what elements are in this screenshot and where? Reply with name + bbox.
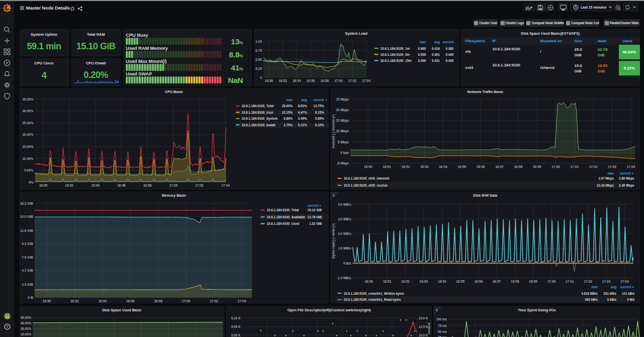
svg-text:16:58: 16:58 [511, 280, 519, 283]
svg-text:17:04: 17:04 [362, 79, 370, 82]
svg-text:17:03: 17:03 [602, 280, 611, 283]
svg-text:0 bps: 0 bps [341, 151, 349, 155]
svg-text:17:00: 17:00 [169, 184, 178, 187]
svg-text:max: max [607, 171, 614, 175]
svg-text:16:56: 16:56 [476, 165, 485, 168]
svg-text:0.416: 0.416 [432, 47, 440, 50]
svg-text:16:52: 16:52 [401, 165, 410, 168]
svg-text:16:50: 16:50 [39, 184, 47, 187]
svg-text:16:56: 16:56 [126, 299, 134, 302]
svg-text:1.32 GiB: 1.32 GiB [309, 222, 322, 225]
svg-text:-5 Mbps: -5 Mbps [337, 161, 349, 165]
svg-text:avg: avg [611, 285, 616, 289]
svg-text:40.00%: 40.00% [20, 321, 31, 324]
svg-text:10.6.1.184:9100_System: 10.6.1.184:9100_System [242, 117, 278, 121]
svg-text:2.97 Mbps: 2.97 Mbps [599, 177, 614, 181]
svg-text:3 kB/s: 3 kB/s [607, 298, 616, 301]
svg-text:16:52: 16:52 [70, 299, 78, 302]
svg-text:0.380: 0.380 [445, 47, 453, 50]
svg-text:current: current [442, 40, 454, 44]
svg-text:16:52: 16:52 [278, 79, 287, 82]
svg-text:14.0 GiB: 14.0 GiB [20, 215, 33, 218]
svg-text:0.50: 0.50 [255, 58, 262, 61]
svg-text:17:02: 17:02 [209, 299, 218, 302]
svg-text:current: current [307, 203, 318, 207]
svg-text:5 Mbps: 5 Mbps [338, 140, 349, 144]
svg-text:0.430: 0.430 [445, 59, 453, 62]
svg-text:16:54: 16:54 [438, 280, 446, 283]
svg-text:0.960: 0.960 [418, 47, 426, 50]
svg-text:0.25: 0.25 [255, 67, 262, 70]
svg-text:17:01: 17:01 [571, 165, 579, 168]
svg-text:0: 0 [260, 76, 262, 79]
svg-text:9.3 GiB: 9.3 GiB [22, 242, 33, 245]
svg-text:7.0 GiB: 7.0 GiB [22, 255, 33, 259]
svg-text:10.6.1.184:9100_User: 10.6.1.184:9100_User [242, 110, 274, 114]
svg-text:16:55: 16:55 [456, 280, 464, 283]
svg-text:17:02: 17:02 [195, 184, 204, 187]
svg-text:16:59: 16:59 [529, 280, 538, 283]
svg-text:35.00%: 35.00% [22, 97, 33, 101]
svg-text:15 Mbps: 15 Mbps [336, 119, 349, 123]
svg-text:16:50: 16:50 [364, 165, 372, 168]
svg-text:10.6.1.184:9100_Total: 10.6.1.184:9100_Total [267, 208, 299, 212]
svg-text:15.00%: 15.00% [22, 144, 33, 148]
svg-text:3.49%: 3.49% [298, 117, 307, 120]
svg-text:16:58: 16:58 [154, 299, 163, 302]
svg-text:16:57: 16:57 [493, 280, 501, 283]
svg-text:avg: avg [434, 40, 440, 44]
svg-text:▾: ▾ [319, 203, 321, 207]
svg-text:25.00%: 25.00% [22, 121, 33, 124]
svg-text:16.3 GiB: 16.3 GiB [20, 201, 33, 205]
svg-text:17:04: 17:04 [237, 299, 246, 302]
svg-text:0.75: 0.75 [255, 49, 262, 52]
svg-text:4.7 GiB: 4.7 GiB [22, 269, 33, 272]
svg-text:2.86 Mbps: 2.86 Mbps [619, 177, 634, 181]
svg-text:13.78 GiB: 13.78 GiB [307, 215, 321, 218]
svg-text:5.00%: 5.00% [24, 168, 34, 172]
svg-text:15.0 K: 15.0 K [419, 316, 428, 320]
svg-text:1.00: 1.00 [255, 40, 262, 43]
svg-text:10.6.1.184:9100_eth0_transmit: 10.6.1.184:9100_eth0_transmit [344, 177, 390, 180]
svg-text:29.90%: 29.90% [282, 104, 293, 108]
svg-text:22.15%: 22.15% [282, 110, 293, 114]
svg-text:0.401: 0.401 [432, 53, 440, 56]
svg-text:5.05 K: 5.05 K [231, 325, 240, 328]
svg-text:3.0 MB/s: 3.0 MB/s [338, 217, 352, 220]
svg-text:16:51: 16:51 [383, 280, 391, 283]
svg-text:10.6.1.184:9100_eth0_receive: 10.6.1.184:9100_eth0_receive [344, 183, 388, 187]
svg-text:20.00%: 20.00% [20, 332, 31, 335]
svg-text:2.3 GiB: 2.3 GiB [22, 282, 33, 286]
svg-text:362 kB/s: 362 kB/s [585, 298, 598, 301]
svg-text:5.65%: 5.65% [315, 117, 324, 120]
svg-text:16:54: 16:54 [98, 299, 107, 302]
svg-text:17:00: 17:00 [551, 165, 560, 168]
svg-text:2.0 MB/s: 2.0 MB/s [338, 232, 352, 235]
svg-text:16:54: 16:54 [292, 79, 301, 82]
svg-text:17:04: 17:04 [620, 280, 629, 283]
svg-text:10.00%: 10.00% [22, 156, 33, 160]
svg-text:16:58: 16:58 [514, 165, 523, 168]
svg-text:17:02: 17:02 [584, 280, 592, 283]
svg-text:0.421: 0.421 [432, 59, 440, 62]
svg-text:10.6.1.184:9100_Used: 10.6.1.184:9100_Used [267, 222, 299, 225]
svg-text:5.10 K: 5.10 K [231, 316, 240, 320]
svg-text:17:00: 17:00 [547, 280, 556, 283]
svg-text:0.10%: 0.10% [315, 123, 324, 126]
svg-text:10.6.1.184:9100_nvme0n1_Writte: 10.6.1.184:9100_nvme0n1_Written bytes [344, 291, 404, 295]
svg-text:16:54: 16:54 [439, 165, 447, 168]
svg-text:16:58: 16:58 [320, 79, 329, 82]
svg-text:4.47%: 4.47% [298, 110, 307, 114]
svg-text:17:04: 17:04 [626, 165, 635, 168]
svg-text:3.818 MB/s: 3.818 MB/s [581, 291, 598, 295]
svg-text:6.15%: 6.15% [315, 110, 324, 114]
svg-text:0 B: 0 B [28, 295, 33, 299]
svg-text:16:53: 16:53 [420, 280, 428, 283]
svg-text:1.0 MB/s: 1.0 MB/s [338, 246, 352, 250]
svg-text:10.6.1.184:9100_1m: 10.6.1.184:9100_1m [380, 47, 410, 50]
svg-text:121 kB/s: 121 kB/s [622, 291, 635, 295]
svg-text:10.6.1.184:9100_15m: 10.6.1.184:9100_15m [380, 59, 412, 62]
svg-text:10.6.1.184:9100_Iowait: 10.6.1.184:9100_Iowait [242, 123, 276, 126]
svg-text:transmit (-) /receive (+): transmit (-) /receive (+) [332, 114, 336, 148]
svg-text:20.00%: 20.00% [22, 133, 33, 136]
